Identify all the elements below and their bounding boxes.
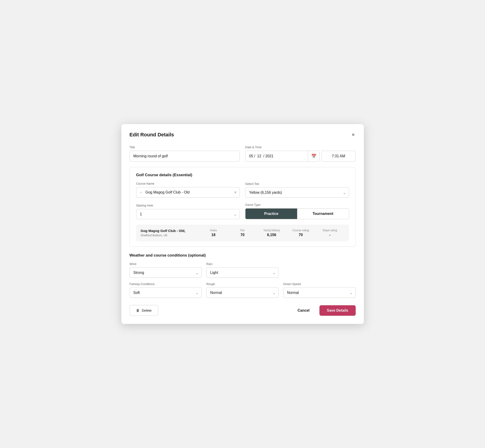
course-info-name: Gog Magog Golf Club - Old, Shelford Bott…	[141, 229, 199, 237]
starting-hole-label: Starting Hole	[136, 204, 240, 207]
delete-label: Delete	[142, 308, 152, 312]
slope-rating-stat: Slope rating -	[315, 229, 345, 237]
course-full-name: Gog Magog Golf Club - Old,	[141, 229, 199, 233]
practice-toggle-button[interactable]: Practice	[245, 208, 297, 219]
rain-group: Rain NoneLightModerateHeavy ⌄	[206, 262, 279, 278]
footer-right: Cancel Save Details	[293, 305, 356, 316]
starting-hole-wrap: 1234 5678 910 ⌄	[136, 209, 240, 219]
title-group: Title	[129, 145, 240, 162]
rain-dropdown[interactable]: NoneLightModerateHeavy	[206, 267, 279, 278]
rain-select-wrap: NoneLightModerateHeavy ⌄	[206, 267, 279, 278]
footer-row: 🗑 Delete Cancel Save Details	[129, 305, 356, 316]
rough-label: Rough	[206, 282, 279, 286]
slope-rating-value: -	[315, 233, 345, 237]
rough-select-wrap: SoftNormalHard ⌄	[206, 288, 279, 298]
save-button[interactable]: Save Details	[319, 305, 356, 316]
title-date-row: Title Date & Time 📅	[129, 145, 356, 162]
green-speed-dropdown[interactable]: SlowNormalFast	[283, 288, 356, 298]
game-type-toggle: Practice Tournament	[245, 208, 349, 219]
course-rating-value: 70	[286, 233, 315, 237]
weather-section-title: Weather and course conditions (optional)	[129, 253, 356, 258]
edit-round-modal: Edit Round Details × Title Date & Time 📅…	[121, 124, 364, 324]
course-rating-label: Course rating	[286, 229, 315, 232]
game-type-group: Game Type Practice Tournament	[245, 203, 349, 219]
rough-group: Rough SoftNormalHard ⌄	[206, 282, 279, 298]
wind-label: Wind	[129, 262, 202, 266]
time-input[interactable]	[322, 151, 356, 162]
yards-label: Yards(Yellow)	[257, 229, 286, 232]
date-input[interactable]	[245, 151, 308, 161]
clear-course-button[interactable]: ×	[234, 190, 237, 194]
green-speed-select-wrap: SlowNormalFast ⌄	[283, 288, 356, 298]
fairway-label: Fairway Conditions	[129, 282, 202, 286]
course-name-label: Course Name	[136, 182, 240, 185]
yards-stat: Yards(Yellow) 6,156	[257, 229, 286, 237]
select-tee-wrap: Yellow (6,156 yards) White Red Blue ⌄	[245, 187, 349, 198]
calendar-icon[interactable]: 📅	[308, 151, 319, 161]
select-tee-dropdown[interactable]: Yellow (6,156 yards) White Red Blue	[245, 187, 349, 198]
date-input-wrap: 📅	[245, 151, 320, 162]
select-tee-group: Select Tee Yellow (6,156 yards) White Re…	[245, 182, 349, 198]
fairway-rough-green-row: Fairway Conditions SoftNormalHard ⌄ Roug…	[129, 282, 356, 298]
course-tee-row: Course Name ⚬ × Select Tee Yellow (6,156…	[136, 182, 349, 198]
title-input[interactable]	[129, 151, 240, 162]
yards-value: 6,156	[257, 233, 286, 237]
course-location: Shelford Bottom, UK	[141, 233, 199, 237]
tournament-toggle-button[interactable]: Tournament	[297, 208, 349, 219]
fairway-dropdown[interactable]: SoftNormalHard	[129, 288, 202, 298]
title-label: Title	[129, 145, 240, 149]
trash-icon: 🗑	[136, 308, 140, 312]
wind-dropdown[interactable]: NoneLightModerateStrong	[129, 267, 202, 278]
golf-course-section: Golf Course details (Essential) Course N…	[129, 167, 356, 247]
slope-rating-label: Slope rating	[315, 229, 345, 232]
golf-section-title: Golf Course details (Essential)	[136, 173, 349, 177]
modal-title: Edit Round Details	[129, 132, 174, 138]
weather-section: Weather and course conditions (optional)…	[129, 253, 356, 298]
modal-header: Edit Round Details ×	[129, 131, 356, 138]
hole-gametype-row: Starting Hole 1234 5678 910 ⌄ Game Type …	[136, 203, 349, 219]
wind-group: Wind NoneLightModerateStrong ⌄	[129, 262, 202, 278]
course-search-wrap: ⚬ ×	[136, 187, 240, 198]
starting-hole-group: Starting Hole 1234 5678 910 ⌄	[136, 204, 240, 219]
holes-stat: Holes 18	[199, 229, 228, 237]
par-label: Par	[228, 229, 257, 232]
wind-select-wrap: NoneLightModerateStrong ⌄	[129, 267, 202, 278]
par-stat: Par 70	[228, 229, 257, 237]
search-icon: ⚬	[139, 190, 142, 195]
wind-rain-row: Wind NoneLightModerateStrong ⌄ Rain None…	[129, 262, 356, 278]
starting-hole-dropdown[interactable]: 1234 5678 910	[136, 209, 240, 219]
fairway-group: Fairway Conditions SoftNormalHard ⌄	[129, 282, 202, 298]
course-info-card: Gog Magog Golf Club - Old, Shelford Bott…	[136, 225, 349, 241]
green-speed-label: Green Speed	[283, 282, 356, 286]
date-label: Date & Time	[245, 145, 356, 149]
delete-button[interactable]: 🗑 Delete	[129, 305, 158, 316]
green-speed-group: Green Speed SlowNormalFast ⌄	[283, 282, 356, 298]
date-group: Date & Time 📅	[245, 145, 356, 162]
rain-label: Rain	[206, 262, 279, 266]
par-value: 70	[228, 233, 257, 237]
game-type-label: Game Type	[245, 203, 349, 207]
holes-label: Holes	[199, 229, 228, 232]
fairway-select-wrap: SoftNormalHard ⌄	[129, 288, 202, 298]
close-button[interactable]: ×	[351, 131, 356, 138]
course-rating-stat: Course rating 70	[286, 229, 315, 237]
course-name-input[interactable]	[136, 187, 240, 198]
rough-dropdown[interactable]: SoftNormalHard	[206, 288, 279, 298]
select-tee-label: Select Tee	[245, 182, 349, 185]
cancel-button[interactable]: Cancel	[293, 305, 314, 316]
course-name-group: Course Name ⚬ ×	[136, 182, 240, 198]
holes-value: 18	[199, 233, 228, 237]
